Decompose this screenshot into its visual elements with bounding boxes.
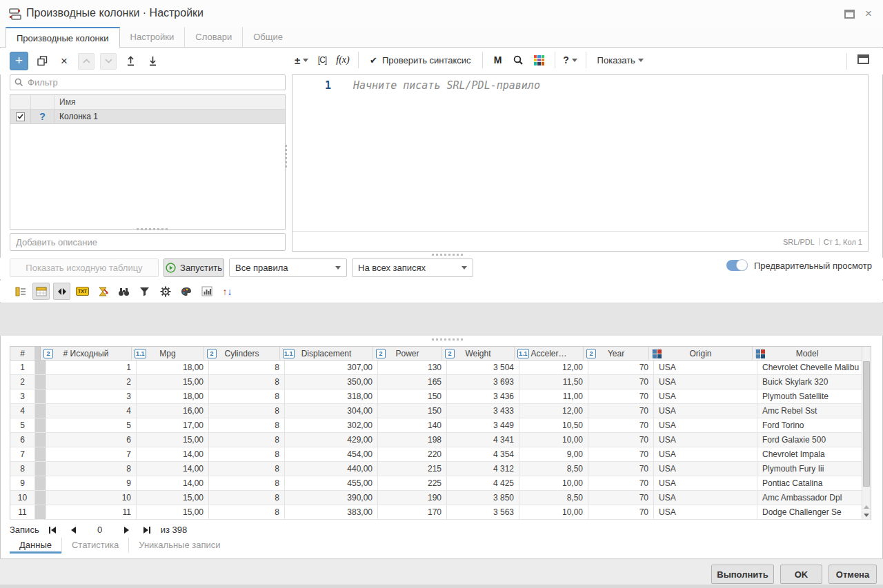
cell-power[interactable]: 140 bbox=[378, 418, 447, 432]
filter-button[interactable] bbox=[136, 283, 153, 300]
tab-settings[interactable]: Настройки bbox=[120, 27, 185, 47]
cell-model[interactable]: Ford Galaxie 500 bbox=[757, 433, 867, 447]
cell-исходный[interactable]: 10 bbox=[46, 491, 137, 505]
cell-year[interactable]: 70 bbox=[588, 505, 654, 519]
cell-weight[interactable]: 3 850 bbox=[447, 491, 519, 505]
settings-button[interactable] bbox=[157, 283, 174, 300]
execute-button[interactable]: Выполнить bbox=[711, 565, 774, 584]
cell-displacement[interactable]: 307,00 bbox=[285, 361, 378, 374]
fit-width-button[interactable] bbox=[53, 283, 70, 300]
cell-исходный[interactable]: 7 bbox=[46, 447, 137, 461]
vertical-scrollbar[interactable] bbox=[862, 347, 871, 519]
tab-unique-records[interactable]: Уникальные записи bbox=[128, 538, 230, 554]
cell-year[interactable]: 70 bbox=[588, 462, 654, 476]
cell-model[interactable]: Pontiac Catalina bbox=[757, 476, 867, 490]
grid-header-col[interactable]: # bbox=[10, 347, 35, 360]
cell-origin[interactable]: USA bbox=[654, 491, 757, 505]
cell-displacement[interactable]: 304,00 bbox=[285, 404, 378, 418]
sort-button[interactable]: ↑↓ bbox=[219, 283, 236, 300]
cell-исходный[interactable]: 2 bbox=[46, 375, 137, 389]
next-record-button[interactable] bbox=[119, 524, 135, 536]
prev-record-button[interactable] bbox=[66, 524, 81, 536]
cell-исходный[interactable]: 6 bbox=[46, 433, 137, 447]
cell-year[interactable]: 70 bbox=[588, 375, 654, 389]
grid-header-displacement[interactable]: 1.1Displacement bbox=[280, 347, 373, 360]
cell-year[interactable]: 70 bbox=[588, 361, 654, 374]
cell-col[interactable]: 9 bbox=[10, 476, 35, 490]
table-row[interactable]: 9914,008455,002254 42510,0070USAPontiac … bbox=[10, 476, 871, 491]
cell-displacement[interactable]: 454,00 bbox=[285, 447, 378, 461]
grid-header-mpg[interactable]: 1.1Mpg bbox=[132, 347, 204, 360]
cell-power[interactable]: 190 bbox=[378, 491, 447, 505]
scroll-up-button[interactable] bbox=[862, 503, 871, 511]
cell-mpg[interactable]: 16,00 bbox=[137, 404, 209, 418]
cell-mpg[interactable]: 14,00 bbox=[137, 447, 209, 461]
cell-displacement[interactable]: 440,00 bbox=[285, 462, 378, 476]
cell-weight[interactable]: 3 449 bbox=[447, 418, 519, 432]
cell-weight[interactable]: 4 425 bbox=[447, 476, 519, 490]
cell-mpg[interactable]: 18,00 bbox=[137, 361, 209, 374]
grid-header-power[interactable]: 2Power bbox=[373, 347, 442, 360]
grid-header-weight[interactable]: 2Weight bbox=[442, 347, 515, 360]
help-button[interactable]: ? bbox=[562, 52, 579, 68]
cell-power[interactable]: 215 bbox=[378, 462, 447, 476]
cell-origin[interactable]: USA bbox=[654, 418, 757, 432]
cell-power[interactable]: 165 bbox=[378, 375, 447, 389]
close-button[interactable]: × bbox=[862, 8, 875, 19]
cell-weight[interactable]: 3 433 bbox=[447, 404, 519, 418]
cell-year[interactable]: 70 bbox=[588, 491, 654, 505]
text-view-button[interactable]: TXT bbox=[74, 283, 91, 300]
grid-header-исходный[interactable]: 2# Исходный bbox=[41, 347, 132, 360]
cell-model[interactable]: Chevrolet Impala bbox=[757, 447, 867, 461]
records-select[interactable]: На всех записях bbox=[352, 258, 473, 277]
cell-origin[interactable]: USA bbox=[654, 462, 757, 476]
cell-weight[interactable]: 3 504 bbox=[447, 361, 519, 374]
cell-cylinders[interactable]: 8 bbox=[209, 476, 285, 490]
cell-model[interactable]: Buick Skylark 320 bbox=[757, 375, 867, 389]
tab-statistics[interactable]: Статистика bbox=[61, 538, 128, 554]
cell-acceler[interactable]: 10,00 bbox=[519, 505, 588, 519]
table-row[interactable]: 1118,008307,001303 50412,0070USAChevrole… bbox=[10, 361, 871, 375]
cell-col[interactable]: 8 bbox=[10, 462, 35, 476]
description-input[interactable] bbox=[10, 234, 285, 250]
cell-acceler[interactable]: 11,50 bbox=[519, 375, 588, 389]
cell-исходный[interactable]: 11 bbox=[46, 505, 137, 519]
cell-model[interactable]: Dodge Challenger Se bbox=[757, 505, 867, 519]
cell-cylinders[interactable]: 8 bbox=[209, 389, 285, 403]
cell-origin[interactable]: USA bbox=[654, 447, 757, 461]
filter-input[interactable] bbox=[28, 77, 281, 88]
cell-cylinders[interactable]: 8 bbox=[209, 491, 285, 505]
cell-model[interactable]: Chevrolet Chevelle Malibu bbox=[757, 361, 867, 374]
table-row[interactable]: 5517,008302,001403 44910,5070USAFord Tor… bbox=[10, 418, 871, 433]
cell-origin[interactable]: USA bbox=[654, 361, 757, 374]
macro-button[interactable]: M bbox=[490, 52, 506, 68]
cell-col[interactable]: 3 bbox=[10, 389, 35, 403]
table-row[interactable]: 111115,008383,001703 56310,0070USADodge … bbox=[10, 505, 871, 520]
show-menu-button[interactable]: Показать bbox=[593, 52, 648, 68]
export-table-button[interactable] bbox=[95, 283, 112, 300]
grid-header-cylinders[interactable]: 2Cylinders bbox=[204, 347, 280, 360]
format-button[interactable] bbox=[177, 283, 195, 300]
tab-general[interactable]: Общие bbox=[242, 27, 293, 47]
cell-acceler[interactable]: 12,00 bbox=[519, 361, 588, 374]
cell-col[interactable]: 4 bbox=[10, 404, 35, 418]
delete-column-button[interactable]: × bbox=[56, 53, 72, 70]
cell-acceler[interactable]: 10,00 bbox=[519, 433, 588, 447]
cell-origin[interactable]: USA bbox=[654, 404, 757, 418]
cell-weight[interactable]: 4 341 bbox=[447, 433, 519, 447]
cell-displacement[interactable]: 390,00 bbox=[285, 491, 378, 505]
cell-power[interactable]: 130 bbox=[378, 361, 447, 374]
cell-cylinders[interactable]: 8 bbox=[209, 505, 285, 519]
table-view-button[interactable] bbox=[32, 283, 50, 300]
find-button[interactable] bbox=[115, 283, 132, 300]
move-up-button[interactable] bbox=[78, 53, 95, 70]
cell-displacement[interactable]: 455,00 bbox=[285, 476, 378, 490]
cell-cylinders[interactable]: 8 bbox=[209, 418, 285, 432]
preview-toggle[interactable] bbox=[726, 260, 748, 271]
cell-col[interactable]: 11 bbox=[10, 505, 35, 519]
cell-displacement[interactable]: 383,00 bbox=[285, 505, 378, 519]
cell-power[interactable]: 150 bbox=[378, 389, 447, 403]
cell-origin[interactable]: USA bbox=[654, 505, 757, 519]
table-row[interactable]: 7714,008454,002204 3549,0070USAChevrolet… bbox=[10, 447, 871, 462]
cell-model[interactable]: Plymouth Satellite bbox=[757, 389, 867, 403]
